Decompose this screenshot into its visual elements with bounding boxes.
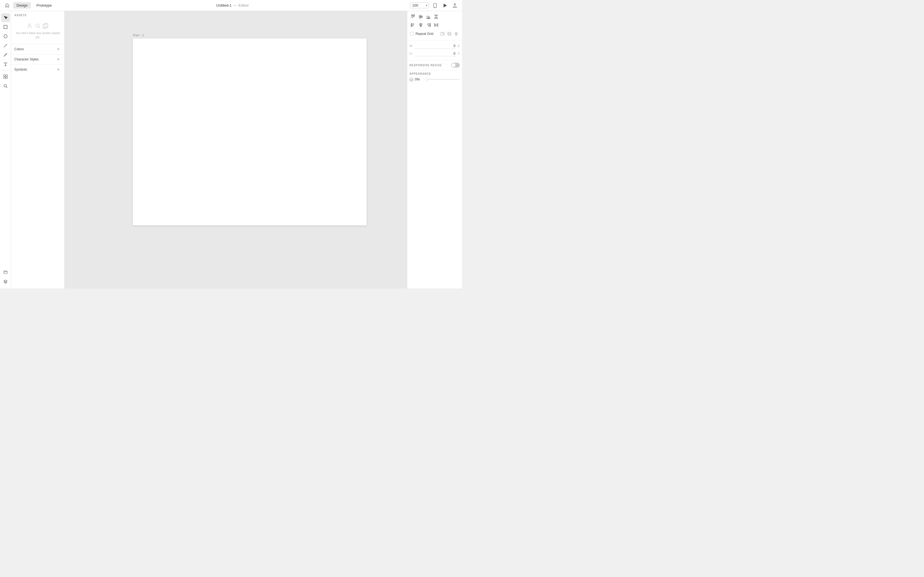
pen-tool[interactable]	[1, 50, 10, 60]
document-status: Edited	[238, 3, 249, 7]
svg-rect-25	[427, 16, 428, 19]
svg-rect-38	[428, 24, 430, 25]
symbols-section-header[interactable]: Symbols +	[11, 64, 65, 74]
svg-rect-45	[441, 33, 443, 35]
repeat-grid-checkbox[interactable]	[410, 32, 414, 36]
colors-section-header[interactable]: Colors +	[11, 44, 65, 54]
play-button[interactable]	[441, 2, 449, 9]
colors-add-button[interactable]: +	[55, 47, 61, 52]
line-tool[interactable]	[1, 41, 10, 50]
appearance-section: APPEARANCE 0%	[407, 70, 462, 84]
svg-rect-8	[6, 75, 7, 76]
opacity-slider[interactable]	[425, 79, 460, 80]
layers-button[interactable]	[1, 277, 10, 286]
svg-rect-10	[6, 77, 7, 79]
align-top-button[interactable]	[409, 13, 417, 20]
home-button[interactable]	[3, 2, 11, 9]
appearance-label: APPEARANCE	[409, 72, 460, 75]
repeat-grid-icons	[439, 31, 459, 37]
svg-marker-2	[444, 3, 447, 7]
colors-section-title: Colors	[14, 47, 24, 51]
responsive-resize-section: RESPONSIVE RESIZE	[407, 60, 462, 70]
topbar-right: 25 50 75 100 150 200 ▾	[410, 2, 459, 9]
responsive-header: RESPONSIVE RESIZE	[409, 63, 460, 68]
device-preview-button[interactable]	[431, 2, 439, 9]
align-bottom2-button[interactable]	[433, 13, 440, 20]
svg-rect-41	[435, 24, 436, 26]
x-field: X	[457, 43, 462, 49]
svg-rect-42	[437, 24, 437, 26]
canvas-area[interactable]: iPad – 1	[65, 11, 407, 288]
svg-line-16	[39, 27, 40, 28]
tab-design[interactable]: Design	[13, 2, 31, 8]
height-label: H	[409, 52, 414, 55]
tab-prototype[interactable]: Prototype	[33, 2, 55, 8]
transform-section: W X H Y	[407, 40, 462, 60]
align-center-button[interactable]	[417, 21, 424, 29]
transform-row-2: H Y	[409, 50, 460, 57]
text-tool[interactable]	[1, 60, 10, 69]
share-button[interactable]	[451, 2, 459, 9]
delete-icon[interactable]	[453, 31, 459, 37]
align-right-button[interactable]	[425, 21, 432, 29]
copy-icon[interactable]	[439, 31, 446, 37]
svg-rect-29	[435, 17, 438, 18]
symbols-section: Symbols +	[11, 64, 65, 74]
y-field: Y	[457, 50, 462, 57]
document-title: Untitled-1	[216, 3, 231, 7]
duplicate-icon[interactable]	[446, 31, 452, 37]
character-styles-add-button[interactable]: +	[55, 56, 61, 62]
title-separator: —	[233, 3, 237, 7]
svg-rect-48	[410, 79, 413, 81]
align-row-1	[409, 13, 460, 20]
svg-rect-47	[449, 33, 451, 35]
assets-empty-icons	[27, 23, 48, 29]
svg-rect-46	[448, 32, 450, 35]
width-input[interactable]	[414, 44, 456, 48]
svg-rect-19	[412, 15, 413, 18]
width-label: W	[409, 44, 414, 48]
opacity-value: 0%	[415, 77, 424, 81]
height-field: H	[409, 50, 456, 57]
responsive-toggle[interactable]	[451, 63, 460, 68]
components-tool[interactable]	[1, 72, 10, 81]
ellipse-tool[interactable]	[1, 32, 10, 41]
right-panel: Repeat Grid W	[407, 11, 462, 288]
svg-rect-28	[435, 16, 438, 16]
zoom-select[interactable]: 25 50 75 100 150 200	[410, 2, 429, 8]
align-middle-button[interactable]	[417, 13, 424, 20]
select-tool[interactable]	[1, 13, 10, 22]
svg-point-1	[435, 7, 435, 7]
rectangle-tool[interactable]	[1, 23, 10, 31]
pages-button[interactable]	[1, 268, 10, 277]
height-input[interactable]	[414, 51, 456, 56]
repeat-grid-label[interactable]: Repeat Grid	[415, 32, 433, 36]
transform-row-1: W X	[409, 43, 460, 49]
search-asset-icon	[35, 23, 41, 29]
topbar-center: Untitled-1 — Edited	[216, 3, 249, 7]
zoom-wrapper: 25 50 75 100 150 200 ▾	[410, 2, 429, 8]
x-label: X	[457, 44, 462, 48]
svg-rect-13	[4, 271, 7, 274]
svg-rect-32	[411, 24, 414, 25]
distribute-horizontal-button[interactable]	[433, 21, 440, 29]
character-styles-section-header[interactable]: Character Styles +	[11, 55, 65, 64]
symbols-add-button[interactable]: +	[55, 67, 61, 72]
topbar: Design Prototype Untitled-1 — Edited 25 …	[0, 0, 462, 11]
left-toolbar	[0, 11, 11, 288]
align-bottom-button[interactable]	[425, 13, 432, 20]
search-tool[interactable]	[1, 82, 10, 90]
assets-empty-state: You don't have any assets saved yet.	[11, 18, 65, 44]
opacity-checkbox[interactable]	[409, 77, 414, 81]
character-styles-section-title: Character Styles	[14, 57, 39, 61]
width-field: W	[409, 43, 456, 49]
colors-section: Colors +	[11, 44, 65, 54]
svg-point-4	[4, 35, 7, 38]
font-icon	[27, 23, 33, 29]
canvas-frame[interactable]	[133, 39, 367, 225]
align-row-2	[409, 21, 460, 29]
responsive-label: RESPONSIVE RESIZE	[409, 64, 442, 67]
svg-point-6	[6, 53, 7, 55]
assets-header: ASSETS	[11, 11, 65, 18]
align-left-button[interactable]	[409, 21, 417, 29]
